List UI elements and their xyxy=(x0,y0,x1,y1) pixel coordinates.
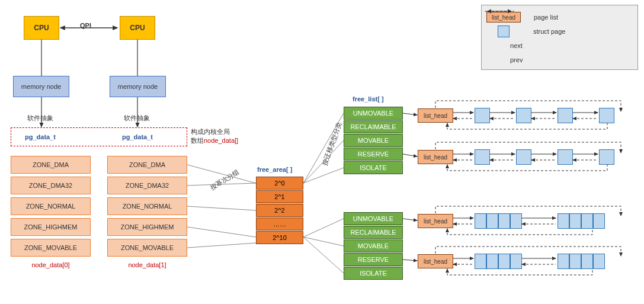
struct-page xyxy=(558,108,573,123)
node-caption-0: node_data[0] xyxy=(11,261,91,268)
pgdata-1: pg_data_t xyxy=(122,133,153,140)
list-head-box: list_head xyxy=(418,108,453,123)
svg-line-20 xyxy=(403,219,417,220)
free-list-item: MOVABLE xyxy=(344,134,403,147)
type-note: 按迁移类型分类 xyxy=(320,121,344,167)
svg-line-15 xyxy=(303,219,344,237)
page-list-row-1: list_head xyxy=(418,108,614,123)
zone-col-0: ZONE_DMA ZONE_DMA32 ZONE_NORMAL ZONE_HIG… xyxy=(11,156,91,268)
free-list-item: ISOLATE xyxy=(344,161,403,174)
free-list-item: UNMOVABLE xyxy=(344,107,403,120)
free-list-head-top: free_list[ ] xyxy=(353,95,384,103)
zone-item: ZONE_DMA32 xyxy=(11,177,91,194)
page-list-row-3: list_head xyxy=(418,213,605,229)
free-list-col-bottom: UNMOVABLE RECLAIMABLE MOVABLE RESERVE IS… xyxy=(344,212,403,280)
legend-row: list_head page list xyxy=(486,10,633,24)
struct-page xyxy=(498,254,510,269)
struct-page xyxy=(593,254,605,269)
svg-line-14 xyxy=(303,168,344,183)
abstract-label-0: 软件抽象 xyxy=(27,114,53,123)
memory-node-0: memory node xyxy=(13,76,69,97)
struct-page xyxy=(475,149,490,165)
free-list-item: RECLAIMABLE xyxy=(344,226,403,239)
struct-page xyxy=(569,213,581,229)
svg-line-17 xyxy=(303,237,344,273)
svg-line-21 xyxy=(403,260,417,261)
legend-row: prev xyxy=(486,53,633,67)
list-head-box: list_head xyxy=(418,214,453,228)
pgdata-0: pg_data_t xyxy=(25,133,56,140)
legend-row: next xyxy=(486,39,633,53)
legend: list_head page list struct page next pre… xyxy=(481,5,638,70)
zone-item: ZONE_NORMAL xyxy=(107,197,187,215)
group-note: 按幂次分组 xyxy=(209,168,241,193)
struct-page xyxy=(558,254,569,269)
struct-page xyxy=(516,149,531,165)
struct-page xyxy=(558,213,569,229)
svg-line-18 xyxy=(403,113,417,115)
free-list-item: ISOLATE xyxy=(344,267,403,280)
struct-page xyxy=(599,149,614,165)
free-list-item: RESERVE xyxy=(344,148,403,161)
free-area-item: 2^0 xyxy=(256,177,303,190)
zone-item: ZONE_MOVABLE xyxy=(107,239,187,257)
struct-page xyxy=(498,213,510,229)
global-note-1: 构成内核全局 xyxy=(191,127,230,136)
node-caption-1: node_data[1] xyxy=(107,261,187,268)
zone-item: ZONE_DMA xyxy=(107,156,187,174)
zone-item: ZONE_HIGHMEM xyxy=(11,218,91,236)
qpi-label: QPI xyxy=(80,22,91,29)
zone-item: ZONE_DMA xyxy=(11,156,91,174)
struct-page xyxy=(558,149,573,165)
svg-line-11 xyxy=(187,243,256,248)
zone-item: ZONE_NORMAL xyxy=(11,197,91,215)
cpu-box-1: CPU xyxy=(120,16,155,40)
struct-page xyxy=(581,254,593,269)
zone-col-1: ZONE_DMA ZONE_DMA32 ZONE_NORMAL ZONE_HIG… xyxy=(107,156,187,268)
legend-label: page list xyxy=(534,14,558,21)
legend-label: prev xyxy=(510,56,523,63)
page-list-row-2: list_head xyxy=(418,149,614,165)
free-area-item: 2^2 xyxy=(256,204,303,217)
page-list-row-4: list_head xyxy=(418,254,605,269)
free-list-item: RECLAIMABLE xyxy=(344,120,403,133)
global-note-2: 数组node_data[] xyxy=(191,136,238,145)
legend-structpage xyxy=(498,25,510,37)
zone-item: ZONE_DMA32 xyxy=(107,177,187,194)
list-head-box: list_head xyxy=(418,150,453,164)
memory-node-1: memory node xyxy=(110,76,166,97)
cpu-box-0: CPU xyxy=(24,16,59,40)
legend-listhead: list_head xyxy=(486,12,521,23)
svg-line-10 xyxy=(187,227,256,237)
zone-item: ZONE_MOVABLE xyxy=(11,239,91,257)
free-list-item: MOVABLE xyxy=(344,239,403,252)
free-area-head: free_area[ ] xyxy=(257,166,292,173)
struct-page xyxy=(486,213,498,229)
free-area-item: …… xyxy=(256,217,303,231)
struct-page xyxy=(475,108,490,123)
struct-page xyxy=(516,108,531,123)
struct-page xyxy=(593,213,605,229)
free-list-item: RESERVE xyxy=(344,253,403,266)
struct-page xyxy=(599,108,614,123)
svg-line-9 xyxy=(187,206,256,210)
legend-label: struct page xyxy=(533,28,565,35)
list-head-box: list_head xyxy=(418,254,453,268)
struct-page xyxy=(581,213,593,229)
struct-page xyxy=(510,254,522,269)
zone-item: ZONE_HIGHMEM xyxy=(107,218,187,236)
free-list-item: UNMOVABLE xyxy=(344,212,403,225)
svg-line-16 xyxy=(303,237,344,246)
legend-label: next xyxy=(510,42,523,49)
free-list-col-top: UNMOVABLE RECLAIMABLE MOVABLE RESERVE IS… xyxy=(344,107,403,175)
struct-page xyxy=(486,254,498,269)
struct-page xyxy=(569,254,581,269)
free-area-item: 2^1 xyxy=(256,190,303,203)
abstract-label-1: 软件抽象 xyxy=(124,114,150,123)
struct-page xyxy=(510,213,522,229)
free-area-item: 2^10 xyxy=(256,231,303,244)
legend-row: struct page xyxy=(486,24,633,39)
svg-line-19 xyxy=(403,154,417,156)
struct-page xyxy=(475,254,486,269)
struct-page xyxy=(475,213,486,229)
